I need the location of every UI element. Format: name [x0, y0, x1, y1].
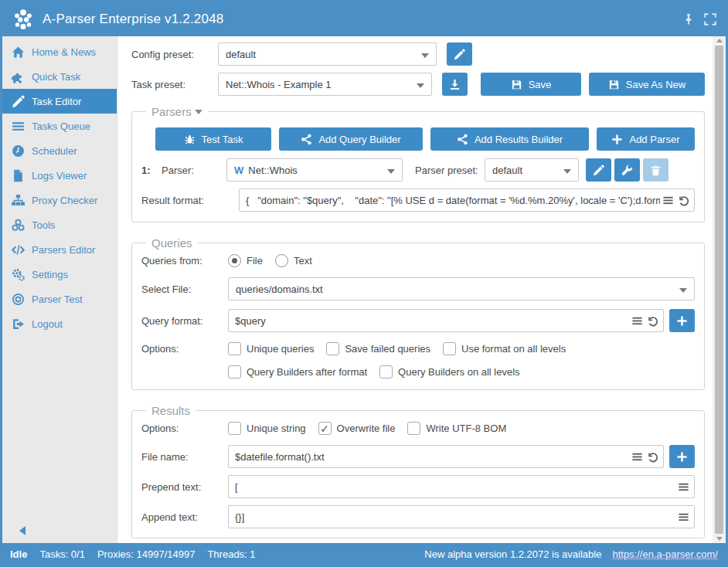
- sidebar-collapse-icon[interactable]: [19, 526, 26, 535]
- sidebar: Home & News Quick Task Task Editor Tasks…: [2, 36, 117, 543]
- sidebar-item-parsers-editor[interactable]: Parsers Editor: [2, 237, 117, 262]
- checkbox-save-failed-queries[interactable]: Save failed queries: [326, 342, 430, 355]
- parser-select[interactable]: W Net::Whois: [226, 158, 403, 182]
- add-parser-button[interactable]: Add Parser: [597, 127, 695, 151]
- checkbox-query-builders-all-levels[interactable]: Query Builders on all levels: [379, 365, 520, 379]
- queries-options-row1: Options: Unique queries Save failed quer…: [141, 342, 695, 355]
- radio-queries-from-file[interactable]: File: [228, 254, 263, 267]
- menu-icon[interactable]: [631, 315, 643, 327]
- sidebar-item-proxy-checker[interactable]: Proxy Checker: [2, 188, 117, 212]
- sidebar-item-parser-test[interactable]: Parser Test: [2, 287, 117, 311]
- save-as-new-button[interactable]: Save As New: [589, 73, 705, 96]
- chevron-down-icon: [679, 288, 687, 293]
- update-link[interactable]: https://en.a-parser.com/: [612, 548, 718, 560]
- menu-icon[interactable]: [631, 451, 643, 463]
- pencil-icon: [593, 165, 604, 176]
- menu-icon[interactable]: [662, 195, 674, 206]
- parsers-section: Parsers Test Task Add Query Builder: [131, 105, 705, 222]
- scroll-up-icon[interactable]: [716, 39, 723, 42]
- results-section: Results Options: Unique string Overwrite…: [131, 404, 705, 538]
- queries-section: Queries Queries from: File Text Select F…: [131, 236, 705, 390]
- scroll-down-icon[interactable]: [716, 537, 723, 541]
- checkbox-unique-string[interactable]: Unique string: [228, 422, 306, 435]
- sidebar-item-label: Tools: [32, 219, 55, 231]
- sidebar-item-label: Settings: [32, 269, 68, 280]
- result-format-label: Result format:: [141, 195, 239, 206]
- delete-parser-button[interactable]: [643, 158, 668, 182]
- pencil-icon: [454, 49, 465, 60]
- parsers-legend[interactable]: Parsers: [146, 105, 208, 118]
- add-query-builder-button[interactable]: Add Query Builder: [279, 127, 423, 151]
- edit-config-preset-button[interactable]: [447, 42, 472, 66]
- sidebar-item-label: Tasks Queue: [32, 121, 90, 132]
- add-results-builder-button[interactable]: Add Results Builder: [430, 127, 589, 151]
- results-options-label: Options:: [141, 423, 228, 434]
- chevron-down-icon: [387, 169, 395, 174]
- chevron-down-icon: [195, 110, 202, 114]
- pin-icon[interactable]: [682, 13, 695, 25]
- checkbox-query-builders-after-format[interactable]: Query Builders after format: [228, 365, 367, 379]
- app-header: A-Parser Enterprise v1.2.2048: [2, 2, 726, 36]
- test-task-button[interactable]: Test Task: [155, 127, 271, 151]
- append-text-input[interactable]: [228, 505, 695, 528]
- queries-legend: Queries: [146, 236, 198, 250]
- checkbox-write-utf8-bom[interactable]: Write UTF-8 BOM: [407, 422, 506, 435]
- file-name-input[interactable]: [228, 445, 664, 468]
- plus-icon: [676, 315, 688, 327]
- parser-index: 1:: [141, 165, 162, 176]
- save-icon: [608, 79, 620, 90]
- sidebar-item-quick-task[interactable]: Quick Task: [2, 64, 117, 89]
- sidebar-item-logout[interactable]: Logout: [2, 311, 117, 336]
- config-preset-label: Config preset:: [131, 49, 218, 60]
- sidebar-item-tasks-queue[interactable]: Tasks Queue: [2, 114, 117, 138]
- download-preset-button[interactable]: [442, 73, 468, 96]
- save-button[interactable]: Save: [481, 73, 581, 96]
- task-preset-row: Task preset: Net::Whois - Example 1 Save: [131, 73, 705, 96]
- sidebar-item-label: Logs Viewer: [32, 170, 87, 182]
- file-name-label: File name:: [141, 451, 228, 463]
- sidebar-item-scheduler[interactable]: Scheduler: [2, 138, 117, 163]
- sidebar-item-settings[interactable]: Settings: [2, 262, 117, 287]
- checkbox-overwrite-file[interactable]: Overwrite file: [318, 422, 396, 435]
- query-format-input[interactable]: [228, 309, 664, 332]
- trash-icon: [650, 165, 662, 176]
- document-icon: [12, 169, 25, 182]
- queries-options-label: Options:: [141, 343, 228, 355]
- append-text-label: Append text:: [141, 511, 228, 523]
- sidebar-item-label: Scheduler: [32, 145, 77, 157]
- edit-parser-button[interactable]: [586, 158, 611, 182]
- sidebar-item-home-news[interactable]: Home & News: [2, 39, 117, 64]
- parser-label: Parser:: [162, 165, 226, 176]
- status-state: Idle: [10, 548, 27, 560]
- parser-preset-select[interactable]: default: [485, 158, 579, 182]
- bug-icon: [184, 134, 196, 145]
- checkbox-use-format-all-levels[interactable]: Use format on all levels: [443, 342, 566, 355]
- wrench-icon: [621, 165, 633, 176]
- queries-from-row: Queries from: File Text: [141, 254, 695, 267]
- sidebar-item-label: Proxy Checker: [32, 195, 97, 206]
- list-icon: [12, 120, 25, 133]
- select-file-select[interactable]: queries/domains.txt: [228, 277, 695, 300]
- checkbox-unique-queries[interactable]: Unique queries: [228, 342, 314, 355]
- add-query-format-button[interactable]: [669, 309, 695, 332]
- undo-icon[interactable]: [678, 195, 689, 206]
- result-format-input[interactable]: [239, 188, 695, 212]
- home-icon: [12, 46, 25, 59]
- add-file-name-button[interactable]: [669, 445, 695, 468]
- sidebar-item-logs-viewer[interactable]: Logs Viewer: [2, 163, 117, 188]
- code-icon: [12, 243, 25, 256]
- fullscreen-icon[interactable]: [704, 13, 716, 25]
- prepend-text-input[interactable]: [228, 475, 695, 498]
- menu-icon[interactable]: [678, 511, 689, 523]
- config-preset-select[interactable]: default: [218, 42, 437, 66]
- menu-icon[interactable]: [678, 481, 689, 493]
- sidebar-item-tools[interactable]: Tools: [2, 212, 117, 237]
- task-preset-select[interactable]: Net::Whois - Example 1: [218, 73, 432, 96]
- undo-icon[interactable]: [647, 315, 658, 327]
- queries-options-row2: Query Builders after format Query Builde…: [141, 365, 695, 379]
- undo-icon[interactable]: [647, 451, 658, 463]
- sidebar-item-task-editor[interactable]: Task Editor: [2, 89, 117, 114]
- parser-options-button[interactable]: [614, 158, 640, 182]
- radio-queries-from-text[interactable]: Text: [275, 254, 312, 267]
- scrollbar-thumb[interactable]: [715, 46, 723, 534]
